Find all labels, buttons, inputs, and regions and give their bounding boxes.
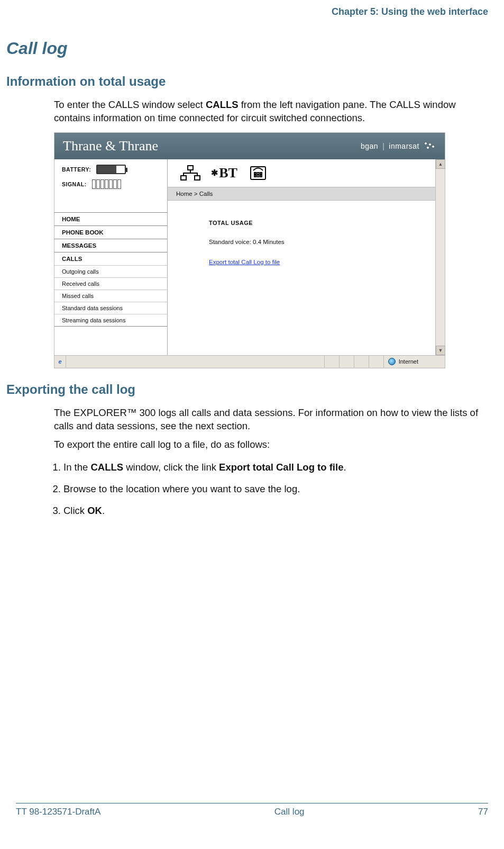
status-cell <box>369 356 383 368</box>
nav-sub-missed[interactable]: Missed calls <box>54 290 167 302</box>
scroll-up-icon[interactable]: ▲ <box>436 159 445 169</box>
connection-icons-row: ✱BT <box>168 159 445 187</box>
scroll-down-icon[interactable]: ▼ <box>436 346 445 355</box>
subsection-1-title: Information on total usage <box>6 74 488 89</box>
brand-right: bgan | inmarsat <box>361 141 436 151</box>
svg-rect-4 <box>254 173 256 174</box>
manual-page: Chapter 5: Using the web interface Call … <box>0 0 504 826</box>
svg-rect-1 <box>181 176 186 180</box>
status-block: BATTERY: SIGNAL: <box>54 159 167 194</box>
ie-icon: e <box>54 356 66 368</box>
phone-icon[interactable] <box>246 164 270 183</box>
intro-paragraph: To enter the CALLS window select CALLS f… <box>54 98 488 125</box>
nav-sub-stream-data[interactable]: Streaming data sessions <box>54 314 167 326</box>
export-block: The EXPLORER™ 300 logs all calls and dat… <box>54 407 488 522</box>
browser-statusbar: e Internet <box>54 355 445 368</box>
status-cell <box>354 356 369 368</box>
brand-right-a: bgan <box>361 142 378 150</box>
nav-sub-outgoing[interactable]: Outgoing calls <box>54 265 167 277</box>
svg-rect-5 <box>258 173 259 174</box>
nav-sub-received[interactable]: Received calls <box>54 277 167 290</box>
brand-name: Thrane & Thrane <box>63 138 158 154</box>
step-2: Browse to the location where you want to… <box>63 478 488 500</box>
intro-bold: CALLS <box>206 99 239 110</box>
step-3: Click OK. <box>63 500 488 522</box>
svg-rect-0 <box>188 166 193 170</box>
footer-center: Call log <box>274 807 305 817</box>
chapter-header: Chapter 5: Using the web interface <box>16 6 488 17</box>
nav-sub-std-data[interactable]: Standard data sessions <box>54 302 167 314</box>
content-area: TOTAL USAGE Standard voice: 0.4 Minutes … <box>168 201 445 355</box>
nav-home[interactable]: HOME <box>54 212 167 225</box>
bt-icon[interactable]: ✱BT <box>212 164 236 183</box>
signal-label: SIGNAL: <box>62 181 87 187</box>
sidebar: BATTERY: SIGNAL: HOME PHONE BOOK MESSAGE… <box>54 159 168 355</box>
nav-group: HOME PHONE BOOK MESSAGES CALLS Outgoing … <box>54 212 167 327</box>
nav-calls[interactable]: CALLS <box>54 252 167 265</box>
section-title: Call log <box>6 39 488 58</box>
step-1: In the CALLS window, click the link Expo… <box>63 457 488 478</box>
usage-row: Standard voice: 0.4 Minutes <box>209 239 445 245</box>
security-zone: Internet <box>383 356 445 368</box>
scrollbar[interactable]: ▲ ▼ <box>435 159 445 355</box>
nav-phonebook[interactable]: PHONE BOOK <box>54 225 167 239</box>
battery-label: BATTERY: <box>62 166 91 173</box>
status-cell <box>339 356 354 368</box>
inmarsat-icon <box>424 141 436 151</box>
web-ui-screenshot: Thrane & Thrane bgan | inmarsat BATTERY:… <box>54 132 445 368</box>
globe-icon <box>388 358 396 365</box>
titlebar: Thrane & Thrane bgan | inmarsat <box>54 133 445 159</box>
intro-pre: To enter the CALLS window select <box>54 99 206 110</box>
breadcrumb: Home > Calls <box>168 187 445 201</box>
zone-label: Internet <box>399 358 418 365</box>
status-cell <box>324 356 339 368</box>
nav-messages[interactable]: MESSAGES <box>54 239 167 252</box>
footer-left: TT 98-123571-DraftA <box>16 807 100 817</box>
para-2: The EXPLORER™ 300 logs all calls and dat… <box>54 407 488 433</box>
intro-paragraph-block: To enter the CALLS window select CALLS f… <box>54 98 488 125</box>
signal-row: SIGNAL: <box>62 179 160 189</box>
svg-rect-2 <box>195 176 200 180</box>
steps-list: In the CALLS window, click the link Expo… <box>54 457 488 522</box>
export-link[interactable]: Export total Call Log to file <box>209 259 280 265</box>
svg-rect-7 <box>254 175 256 177</box>
lan-icon[interactable] <box>178 164 203 183</box>
subsection-2-title: Exporting the call log <box>6 382 488 397</box>
svg-rect-9 <box>260 175 262 177</box>
svg-rect-8 <box>258 175 259 177</box>
page-footer: TT 98-123571-DraftA Call log 77 <box>16 803 488 817</box>
battery-row: BATTERY: <box>62 165 160 174</box>
footer-right: 77 <box>478 807 488 817</box>
para-3: To export the entire call log to a file,… <box>54 438 488 451</box>
svg-rect-6 <box>260 173 262 174</box>
content-title: TOTAL USAGE <box>209 220 445 226</box>
brand-right-b: inmarsat <box>389 142 419 150</box>
signal-icon <box>92 179 121 189</box>
battery-icon <box>96 165 126 174</box>
main-pane: ✱BT Home > Calls TOTAL USAGE Standa <box>168 159 445 355</box>
